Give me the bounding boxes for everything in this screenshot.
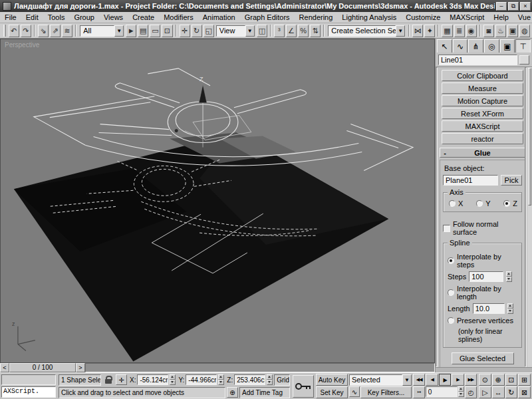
length-field[interactable]: 10.0 xyxy=(473,303,505,314)
chevron-down-icon[interactable]: ▼ xyxy=(402,374,412,386)
preserve-vertices-radio-row[interactable]: Preserve vertices xyxy=(448,317,519,325)
radio-icon-selected[interactable] xyxy=(448,257,454,264)
time-slider-handle[interactable]: 0 / 100 xyxy=(9,363,76,372)
close-button[interactable]: × xyxy=(520,2,531,11)
utility-color-clipboard-button[interactable]: Color Clipboard xyxy=(442,70,523,81)
pan-icon[interactable]: ↔ xyxy=(492,386,505,398)
select-and-link-icon[interactable]: ⇘ xyxy=(38,25,49,37)
next-frame-icon[interactable]: ▶ xyxy=(452,374,464,386)
menu-edit[interactable]: Edit xyxy=(21,13,43,22)
selection-lock-toggle[interactable] xyxy=(102,374,114,386)
zoom-all-icon[interactable]: ⊕ xyxy=(492,374,505,386)
default-in-out-tangent-icon[interactable]: ∿ xyxy=(349,386,360,397)
undo-icon[interactable]: ↶ xyxy=(9,25,19,37)
object-name-field[interactable]: Line01 xyxy=(438,55,517,65)
key-filters-button[interactable]: Key Filters... xyxy=(360,386,412,398)
macro-recorder-box[interactable] xyxy=(1,374,56,385)
select-and-rotate-icon[interactable]: ↻ xyxy=(192,25,202,37)
tab-modify-icon[interactable]: ∿ xyxy=(453,39,468,53)
time-slider-next-button[interactable]: > xyxy=(76,363,85,372)
select-and-move-icon[interactable]: ✛ xyxy=(180,25,190,37)
menu-group[interactable]: Group xyxy=(69,13,99,22)
interpolate-length-radio-row[interactable]: Interpolate by length xyxy=(448,285,519,301)
time-configuration-icon[interactable]: ◴ xyxy=(465,386,477,398)
glue-selected-button[interactable]: Glue Selected xyxy=(452,352,514,364)
interpolate-steps-radio-row[interactable]: Interpolate by steps xyxy=(448,253,519,269)
pick-button[interactable]: Pick xyxy=(501,175,522,186)
select-by-name-icon[interactable]: ▤ xyxy=(138,25,148,37)
chevron-down-icon[interactable]: ▼ xyxy=(396,25,405,37)
auto-key-button[interactable]: Auto Key xyxy=(316,374,348,386)
maximize-viewport-icon[interactable]: ⊠ xyxy=(518,386,531,398)
go-to-end-icon[interactable]: ▶▶ xyxy=(465,374,477,386)
axis-y-radio[interactable]: Y xyxy=(476,200,490,207)
listener-box[interactable]: AXScript. xyxy=(1,386,56,398)
render-setup-icon[interactable]: ♨ xyxy=(495,25,506,37)
y-coord-field[interactable]: -44.966cm xyxy=(186,374,217,385)
zoom-extents-icon[interactable]: ⊡ xyxy=(505,374,518,386)
utility-reset-xform-button[interactable]: Reset XForm xyxy=(442,108,523,119)
schematic-view-icon[interactable]: ◉ xyxy=(466,25,477,37)
perspective-viewport[interactable]: Perspective xyxy=(0,39,435,363)
menu-create[interactable]: Create xyxy=(128,13,159,22)
follow-normal-checkbox[interactable] xyxy=(443,225,450,232)
tab-motion-icon[interactable]: ◎ xyxy=(484,39,499,53)
current-frame-field[interactable]: 0 xyxy=(426,386,458,397)
z-coord-spinner[interactable] xyxy=(267,374,273,385)
use-pivot-point-icon[interactable]: ◫ xyxy=(257,25,267,37)
go-to-start-icon[interactable]: ◀◀ xyxy=(413,374,425,386)
previous-frame-icon[interactable]: ◀ xyxy=(426,374,438,386)
play-icon[interactable]: ▶ xyxy=(439,374,451,386)
x-coord-field[interactable]: -56.124cm xyxy=(137,374,168,385)
viewport-label[interactable]: Perspective xyxy=(5,41,39,49)
reference-coordinate-dropdown[interactable]: View ▼ xyxy=(216,25,255,37)
menu-lighting-analysis[interactable]: Lighting Analysis xyxy=(337,13,401,22)
tab-display-icon[interactable]: ▣ xyxy=(500,39,515,53)
menu-animation[interactable]: Animation xyxy=(198,13,240,22)
menu-views[interactable]: Views xyxy=(99,13,128,22)
set-key-button[interactable]: Set Key xyxy=(316,386,348,398)
utility-motion-capture-button[interactable]: Motion Capture xyxy=(442,95,523,106)
selected-dropdown[interactable]: Selected ▼ xyxy=(349,374,412,386)
menu-graph-editors[interactable]: Graph Editors xyxy=(240,13,295,22)
time-slider-track[interactable] xyxy=(85,363,435,372)
spinner-snap-icon[interactable]: ⇅ xyxy=(310,25,321,37)
absolute-mode-toggle-icon[interactable]: ✛ xyxy=(116,374,127,385)
align-icon[interactable]: ✦ xyxy=(424,25,435,37)
terrain-plane[interactable] xyxy=(14,133,388,362)
redo-icon[interactable]: ↷ xyxy=(21,25,31,37)
base-object-field[interactable]: Plane01 xyxy=(443,175,498,186)
select-object-icon[interactable]: ► xyxy=(126,25,136,37)
radio-icon[interactable] xyxy=(449,200,456,207)
restore-button[interactable]: ⧉ xyxy=(508,2,519,11)
menu-modifiers[interactable]: Modifiers xyxy=(159,13,198,22)
steps-spinner[interactable] xyxy=(506,271,512,282)
panel-scrollbar-thumb[interactable] xyxy=(528,68,531,205)
menu-file[interactable]: File xyxy=(0,13,21,22)
panel-scrollbar[interactable] xyxy=(527,67,532,367)
selection-filter-dropdown[interactable]: All ▼ xyxy=(80,25,124,37)
select-and-scale-icon[interactable]: ◱ xyxy=(203,25,214,37)
radio-icon[interactable] xyxy=(448,289,454,296)
tab-utilities-icon[interactable]: ⊤ xyxy=(515,39,531,53)
frame-spinner[interactable] xyxy=(458,386,464,397)
add-time-tag[interactable]: Add Time Tag xyxy=(239,387,290,398)
bind-to-space-warp-icon[interactable]: ≋ xyxy=(62,25,72,37)
set-keys-button[interactable] xyxy=(293,375,314,398)
viewport-canvas[interactable]: Z z xyxy=(1,39,434,363)
zoom-extents-all-icon[interactable]: ⊞ xyxy=(518,374,531,386)
menu-help[interactable]: Help xyxy=(489,13,513,22)
menu-rendering[interactable]: Rendering xyxy=(295,13,338,22)
glue-rollout-header[interactable]: - Glue xyxy=(440,148,525,158)
angle-snap-icon[interactable]: ∠ xyxy=(286,25,297,37)
tab-hierarchy-icon[interactable]: ⋔ xyxy=(468,39,483,53)
tab-create-icon[interactable]: ↖ xyxy=(437,39,452,53)
curve-editor-icon[interactable]: ≣ xyxy=(454,25,465,37)
chevron-down-icon[interactable]: ▼ xyxy=(114,25,124,37)
unlink-selection-icon[interactable]: ⇗ xyxy=(50,25,61,37)
object-color-swatch[interactable] xyxy=(519,55,529,65)
layer-manager-icon[interactable]: ▦ xyxy=(442,25,452,37)
menu-maxscript[interactable]: MAXScript xyxy=(445,13,489,22)
isolate-selection-icon[interactable]: ⊕ xyxy=(227,387,238,398)
y-coord-spinner[interactable] xyxy=(218,374,224,385)
